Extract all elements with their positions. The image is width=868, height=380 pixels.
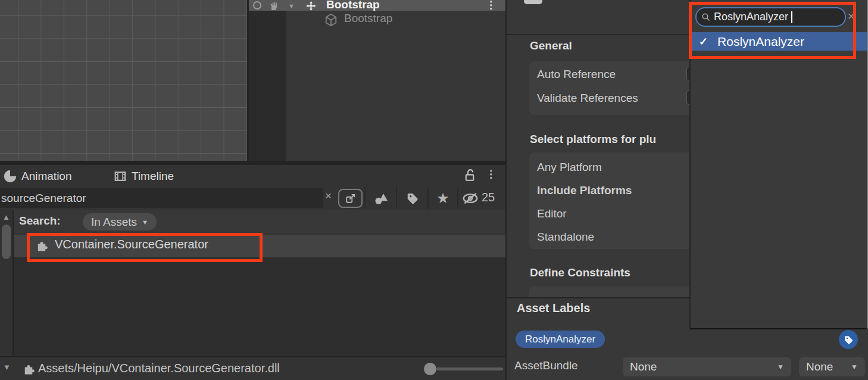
timeline-panel: ▼ Bootstrap ⋮ Bootstrap (249, 0, 505, 161)
curve-grid-panel[interactable] (0, 0, 247, 161)
asset-path-statusbar: ▼ Assets/Heipu/VContainer.SourceGenerato… (0, 356, 505, 380)
hand-drag-icon[interactable] (269, 1, 280, 10)
inspector-top-shape (524, 0, 542, 4)
vertical-scrollbar[interactable]: ▲ (0, 210, 13, 356)
zoom-slider-track[interactable] (436, 367, 503, 370)
filter-by-type-icon[interactable] (368, 187, 395, 209)
clock-icon (4, 170, 17, 183)
asset-label-chip[interactable]: RoslynAnalyzer (516, 331, 605, 348)
tab-label: Timeline (132, 170, 174, 183)
inspector-row-label: Standalone (537, 231, 594, 243)
search-scope-label: Search: (19, 214, 61, 228)
inspector-row-label: Editor (537, 207, 567, 220)
chevron-down-icon[interactable]: ▼ (288, 2, 295, 10)
assetbundle-label: AssetBundle (514, 359, 578, 372)
search-toolbar: sourceGenerator × ★ 25 (0, 187, 505, 209)
open-search-window-button[interactable] (338, 189, 363, 208)
kebab-menu-icon[interactable]: ⋮ (486, 0, 496, 11)
animation-panel: Animation Timeline ⋮ sourceGenerator × (0, 161, 505, 380)
tab-animation[interactable]: Animation (4, 165, 72, 187)
toolbar-divider (364, 187, 366, 209)
chevron-down-icon: ▼ (777, 363, 784, 371)
zoom-slider-knob[interactable] (424, 363, 436, 375)
timeline-track-item[interactable]: Bootstrap (344, 12, 392, 25)
plugin-puzzle-icon (23, 362, 35, 375)
inspector-row-label: Validate References (537, 92, 638, 104)
tab-timeline[interactable]: Timeline (114, 165, 174, 187)
unity-editor-screenshot: ▼ Bootstrap ⋮ Bootstrap Animation Timeli… (0, 0, 868, 380)
toolbar-divider (457, 187, 458, 209)
kebab-menu-icon[interactable]: ⋮ (486, 168, 496, 180)
hidden-count: 25 (482, 191, 495, 204)
general-section-title: General (530, 39, 572, 52)
inspector-row-label: Any Platform (537, 161, 602, 173)
selected-asset-path: Assets/Heipu/VContainer.SourceGenerator.… (38, 362, 280, 375)
asset-label-chip-text: RoslynAnalyzer (525, 334, 595, 345)
edit-labels-tag-button[interactable] (839, 330, 858, 349)
film-icon (114, 170, 127, 183)
inspector-row-label: Include Platforms (537, 184, 632, 197)
search-scope-row: Search: In Assets ▼ (0, 210, 505, 233)
clear-search-icon[interactable]: × (325, 189, 332, 203)
assetbundle-variant-value: None (806, 360, 833, 373)
filter-by-label-icon[interactable] (399, 187, 426, 209)
chevron-down-icon: ▼ (142, 219, 148, 226)
prefab-cube-icon (324, 13, 338, 27)
timeline-header: ▼ Bootstrap ⋮ (249, 0, 505, 11)
search-scope-dropdown[interactable]: In Assets ▼ (83, 213, 157, 231)
scope-value: In Assets (91, 216, 137, 229)
scrollbar-thumb[interactable] (2, 225, 11, 259)
annotation-rect-popup (689, 2, 856, 59)
scroll-up-icon[interactable]: ▲ (2, 213, 10, 222)
toolbar-divider (396, 187, 397, 209)
annotation-rect-result (27, 233, 263, 262)
assetbundle-variant-dropdown[interactable]: None ▼ (799, 357, 865, 376)
lock-open-icon[interactable] (464, 169, 476, 182)
platforms-section-title: Select platforms for plu (530, 133, 656, 146)
hidden-items-eye-icon[interactable] (460, 187, 481, 209)
timeline-track-gutter (249, 11, 286, 161)
chevron-down-icon: ▼ (851, 363, 858, 371)
panel-divider (13, 210, 14, 356)
timeline-title: Bootstrap (326, 0, 380, 11)
asset-labels-title: Asset Labels (517, 301, 590, 315)
inspector-row-label: Auto Reference (537, 68, 616, 80)
assetbundle-value: None (630, 360, 657, 373)
tab-label: Animation (21, 170, 72, 183)
move-tool-icon (306, 1, 316, 11)
scroll-down-icon[interactable]: ▼ (3, 363, 11, 372)
panel-divider (0, 161, 505, 165)
search-input[interactable]: sourceGenerator (0, 188, 323, 208)
define-constraints-title: Define Constraints (530, 266, 630, 279)
favorites-star-icon[interactable]: ★ (430, 187, 456, 209)
preview-eye-icon[interactable] (252, 1, 262, 10)
assetbundle-dropdown[interactable]: None ▼ (623, 357, 791, 376)
results-empty-area (14, 257, 505, 356)
toolbar-divider (427, 187, 429, 209)
